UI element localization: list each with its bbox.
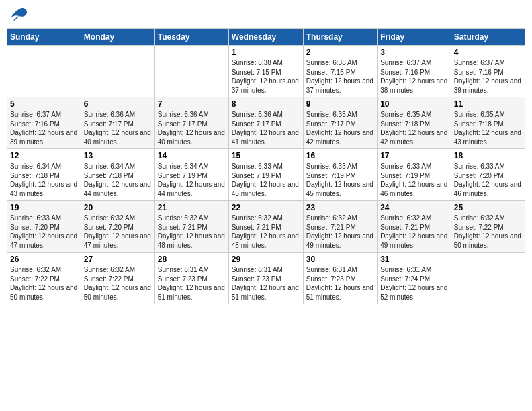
calendar-cell: 27Sunrise: 6:32 AM Sunset: 7:22 PM Dayli… — [81, 253, 154, 304]
day-info: Sunrise: 6:31 AM Sunset: 7:23 PM Dayligh… — [158, 265, 226, 302]
calendar-cell: 12Sunrise: 6:34 AM Sunset: 7:18 PM Dayli… — [7, 149, 81, 201]
calendar-week-row: 5Sunrise: 6:37 AM Sunset: 7:16 PM Daylig… — [7, 97, 525, 149]
calendar-cell: 21Sunrise: 6:32 AM Sunset: 7:21 PM Dayli… — [154, 201, 228, 253]
day-info: Sunrise: 6:32 AM Sunset: 7:20 PM Dayligh… — [84, 214, 152, 250]
calendar-cell: 28Sunrise: 6:31 AM Sunset: 7:23 PM Dayli… — [154, 253, 228, 304]
calendar-header-row: SundayMondayTuesdayWednesdayThursdayFrid… — [7, 29, 525, 46]
day-info: Sunrise: 6:35 AM Sunset: 7:18 PM Dayligh… — [380, 110, 448, 146]
day-info: Sunrise: 6:33 AM Sunset: 7:19 PM Dayligh… — [306, 162, 374, 198]
calendar-cell: 3Sunrise: 6:37 AM Sunset: 7:16 PM Daylig… — [378, 46, 451, 97]
calendar-cell: 22Sunrise: 6:32 AM Sunset: 7:21 PM Dayli… — [228, 201, 303, 253]
calendar-cell: 1Sunrise: 6:38 AM Sunset: 7:15 PM Daylig… — [228, 46, 303, 97]
day-info: Sunrise: 6:38 AM Sunset: 7:16 PM Dayligh… — [306, 58, 374, 95]
day-info: Sunrise: 6:32 AM Sunset: 7:22 PM Dayligh… — [84, 265, 152, 302]
day-number: 4 — [454, 48, 522, 57]
day-info: Sunrise: 6:31 AM Sunset: 7:23 PM Dayligh… — [306, 265, 374, 302]
day-header-monday: Monday — [81, 29, 154, 46]
calendar-cell: 19Sunrise: 6:33 AM Sunset: 7:20 PM Dayli… — [7, 201, 81, 253]
calendar-cell: 2Sunrise: 6:38 AM Sunset: 7:16 PM Daylig… — [303, 46, 377, 97]
calendar-table: SundayMondayTuesdayWednesdayThursdayFrid… — [7, 28, 525, 304]
day-number: 23 — [306, 203, 374, 212]
day-number: 21 — [158, 203, 226, 212]
day-number: 3 — [380, 48, 448, 57]
day-info: Sunrise: 6:34 AM Sunset: 7:18 PM Dayligh… — [84, 162, 152, 198]
day-info: Sunrise: 6:36 AM Sunset: 7:17 PM Dayligh… — [84, 110, 152, 146]
calendar-cell: 24Sunrise: 6:32 AM Sunset: 7:21 PM Dayli… — [378, 201, 451, 253]
calendar-cell: 7Sunrise: 6:36 AM Sunset: 7:17 PM Daylig… — [154, 97, 228, 149]
day-number: 11 — [454, 99, 522, 109]
day-info: Sunrise: 6:32 AM Sunset: 7:21 PM Dayligh… — [232, 214, 300, 250]
calendar-week-row: 12Sunrise: 6:34 AM Sunset: 7:18 PM Dayli… — [7, 149, 525, 201]
calendar-cell: 4Sunrise: 6:37 AM Sunset: 7:16 PM Daylig… — [451, 46, 525, 97]
day-number: 27 — [84, 255, 152, 264]
calendar-cell: 31Sunrise: 6:31 AM Sunset: 7:24 PM Dayli… — [378, 253, 451, 304]
day-header-wednesday: Wednesday — [228, 29, 303, 46]
day-number: 30 — [306, 255, 374, 264]
day-info: Sunrise: 6:38 AM Sunset: 7:15 PM Dayligh… — [232, 58, 300, 95]
day-number: 5 — [10, 99, 78, 109]
day-number: 6 — [84, 99, 152, 109]
calendar-cell: 9Sunrise: 6:35 AM Sunset: 7:17 PM Daylig… — [303, 97, 377, 149]
calendar-cell: 14Sunrise: 6:34 AM Sunset: 7:19 PM Dayli… — [154, 149, 228, 201]
day-info: Sunrise: 6:31 AM Sunset: 7:24 PM Dayligh… — [380, 265, 448, 302]
calendar-cell — [451, 253, 525, 304]
day-info: Sunrise: 6:34 AM Sunset: 7:19 PM Dayligh… — [158, 162, 226, 198]
calendar-cell: 18Sunrise: 6:33 AM Sunset: 7:20 PM Dayli… — [451, 149, 525, 201]
calendar-cell: 29Sunrise: 6:31 AM Sunset: 7:23 PM Dayli… — [228, 253, 303, 304]
day-info: Sunrise: 6:37 AM Sunset: 7:16 PM Dayligh… — [10, 110, 78, 146]
day-number: 20 — [84, 203, 152, 212]
day-info: Sunrise: 6:33 AM Sunset: 7:20 PM Dayligh… — [454, 162, 522, 198]
calendar-cell: 15Sunrise: 6:33 AM Sunset: 7:19 PM Dayli… — [228, 149, 303, 201]
calendar-cell: 10Sunrise: 6:35 AM Sunset: 7:18 PM Dayli… — [378, 97, 451, 149]
calendar-cell: 20Sunrise: 6:32 AM Sunset: 7:20 PM Dayli… — [81, 201, 154, 253]
day-info: Sunrise: 6:37 AM Sunset: 7:16 PM Dayligh… — [380, 58, 448, 95]
calendar-cell: 26Sunrise: 6:32 AM Sunset: 7:22 PM Dayli… — [7, 253, 81, 304]
day-header-thursday: Thursday — [303, 29, 377, 46]
calendar-cell — [7, 46, 81, 97]
calendar-cell: 6Sunrise: 6:36 AM Sunset: 7:17 PM Daylig… — [81, 97, 154, 149]
day-number: 2 — [306, 48, 374, 57]
calendar-cell: 8Sunrise: 6:36 AM Sunset: 7:17 PM Daylig… — [228, 97, 303, 149]
day-info: Sunrise: 6:32 AM Sunset: 7:21 PM Dayligh… — [306, 214, 374, 250]
calendar-cell: 5Sunrise: 6:37 AM Sunset: 7:16 PM Daylig… — [7, 97, 81, 149]
day-info: Sunrise: 6:36 AM Sunset: 7:17 PM Dayligh… — [158, 110, 226, 146]
day-number: 14 — [158, 151, 226, 161]
calendar-cell: 11Sunrise: 6:35 AM Sunset: 7:18 PM Dayli… — [451, 97, 525, 149]
calendar-week-row: 19Sunrise: 6:33 AM Sunset: 7:20 PM Dayli… — [7, 201, 525, 253]
day-number: 22 — [232, 203, 300, 212]
calendar-week-row: 1Sunrise: 6:38 AM Sunset: 7:15 PM Daylig… — [7, 46, 525, 97]
day-info: Sunrise: 6:32 AM Sunset: 7:22 PM Dayligh… — [454, 214, 522, 250]
day-info: Sunrise: 6:35 AM Sunset: 7:17 PM Dayligh… — [306, 110, 374, 146]
calendar-cell — [81, 46, 154, 97]
calendar-cell: 25Sunrise: 6:32 AM Sunset: 7:22 PM Dayli… — [451, 201, 525, 253]
day-header-sunday: Sunday — [7, 29, 81, 46]
calendar-cell: 23Sunrise: 6:32 AM Sunset: 7:21 PM Dayli… — [303, 201, 377, 253]
day-header-tuesday: Tuesday — [154, 29, 228, 46]
calendar-week-row: 26Sunrise: 6:32 AM Sunset: 7:22 PM Dayli… — [7, 253, 525, 304]
logo — [9, 7, 31, 23]
logo-icon — [9, 7, 28, 23]
day-number: 7 — [158, 99, 226, 109]
day-number: 1 — [232, 48, 300, 57]
day-info: Sunrise: 6:33 AM Sunset: 7:19 PM Dayligh… — [380, 162, 448, 198]
day-number: 18 — [454, 151, 522, 161]
day-number: 31 — [380, 255, 448, 264]
calendar-cell — [154, 46, 228, 97]
day-number: 26 — [10, 255, 78, 264]
calendar-cell: 16Sunrise: 6:33 AM Sunset: 7:19 PM Dayli… — [303, 149, 377, 201]
day-info: Sunrise: 6:34 AM Sunset: 7:18 PM Dayligh… — [10, 162, 78, 198]
day-info: Sunrise: 6:31 AM Sunset: 7:23 PM Dayligh… — [232, 265, 300, 302]
day-number: 9 — [306, 99, 374, 109]
day-number: 12 — [10, 151, 78, 161]
day-info: Sunrise: 6:36 AM Sunset: 7:17 PM Dayligh… — [232, 110, 300, 146]
day-info: Sunrise: 6:32 AM Sunset: 7:22 PM Dayligh… — [10, 265, 78, 302]
day-info: Sunrise: 6:33 AM Sunset: 7:20 PM Dayligh… — [10, 214, 78, 250]
day-number: 28 — [158, 255, 226, 264]
day-info: Sunrise: 6:35 AM Sunset: 7:18 PM Dayligh… — [454, 110, 522, 146]
calendar-cell: 30Sunrise: 6:31 AM Sunset: 7:23 PM Dayli… — [303, 253, 377, 304]
day-number: 13 — [84, 151, 152, 161]
day-info: Sunrise: 6:37 AM Sunset: 7:16 PM Dayligh… — [454, 58, 522, 95]
day-number: 10 — [380, 99, 448, 109]
day-number: 19 — [10, 203, 78, 212]
day-number: 8 — [232, 99, 300, 109]
